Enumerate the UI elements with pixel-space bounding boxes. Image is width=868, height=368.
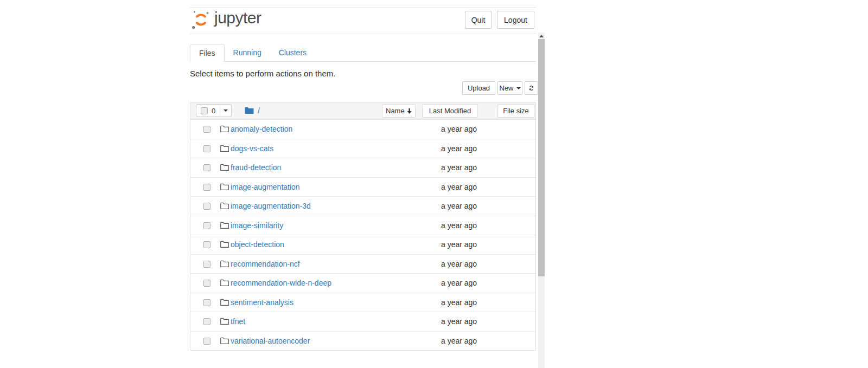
header-divider [190, 34, 536, 34]
select-filter-dropdown[interactable] [220, 105, 231, 117]
row-checkbox[interactable] [203, 145, 210, 152]
folder-outline-icon [220, 222, 229, 229]
last-modified-value: a year ago [441, 240, 477, 249]
row-checkbox[interactable] [203, 299, 210, 306]
last-modified-value: a year ago [441, 125, 477, 133]
tab-files[interactable]: Files [190, 44, 225, 62]
breadcrumb: / [245, 106, 260, 115]
new-dropdown-button[interactable]: New [497, 81, 522, 95]
folder-link[interactable]: recommendation-ncf [231, 260, 300, 268]
table-row: variational-autoencoder a year ago [190, 331, 535, 351]
sort-last-modified-button[interactable]: Last Modified [422, 104, 478, 118]
row-checkbox[interactable] [203, 241, 210, 248]
folder-outline-icon [220, 279, 229, 287]
file-list-rows: anomaly-detection a year ago dogs-vs-cat… [190, 119, 535, 350]
folder-link[interactable]: fraud-detection [231, 163, 281, 172]
folder-outline-icon [220, 260, 229, 268]
logout-button[interactable]: Logout [497, 11, 534, 29]
last-modified-value: a year ago [441, 163, 477, 172]
row-checkbox[interactable] [203, 184, 210, 191]
upload-button[interactable]: Upload [462, 81, 495, 95]
chevron-down-icon [516, 87, 521, 89]
row-checkbox[interactable] [203, 338, 210, 345]
sort-name-label: Name [386, 107, 405, 115]
table-row: anomaly-detection a year ago [190, 119, 535, 139]
folder-outline-icon [220, 164, 229, 171]
row-checkbox[interactable] [203, 164, 210, 171]
tab-running[interactable]: Running [225, 44, 270, 62]
logo-text: jupyter [214, 10, 261, 29]
last-modified-value: a year ago [441, 279, 477, 287]
chevron-down-icon [224, 109, 228, 112]
last-modified-value: a year ago [441, 183, 477, 191]
table-row: tfnet a year ago [190, 312, 535, 331]
vertical-scrollbar-thumb[interactable] [538, 39, 545, 276]
folder-link[interactable]: variational-autoencoder [231, 337, 310, 345]
vertical-scrollbar-track[interactable] [538, 33, 545, 368]
row-checkbox[interactable] [203, 126, 210, 133]
table-row: sentiment-analysis a year ago [190, 293, 535, 312]
table-row: object-detection a year ago [190, 235, 535, 254]
folder-link[interactable]: dogs-vs-cats [231, 144, 273, 153]
table-row: image-augmentation-3d a year ago [190, 196, 535, 216]
quit-button[interactable]: Quit [465, 11, 492, 29]
selected-count: 0 [212, 107, 215, 115]
folder-outline-icon [220, 241, 229, 248]
tab-clusters[interactable]: Clusters [270, 44, 315, 62]
folder-outline-icon [220, 337, 229, 345]
folder-link[interactable]: tfnet [231, 317, 245, 326]
folder-outline-icon [220, 183, 229, 191]
folder-link[interactable]: object-detection [231, 240, 284, 249]
file-list-table: 0 / Name Last Modified File si [190, 102, 536, 351]
select-all-split-button: 0 [196, 104, 232, 117]
sort-file-size-button[interactable]: File size [497, 104, 534, 118]
select-items-notice: Select items to perform actions on them. [190, 69, 335, 78]
jupyter-logo-icon [191, 8, 210, 31]
last-modified-value: a year ago [441, 298, 477, 307]
last-modified-value: a year ago [441, 144, 477, 153]
folder-link[interactable]: sentiment-analysis [231, 298, 293, 307]
folder-outline-icon [220, 299, 229, 306]
select-all-checkbox[interactable] [201, 107, 208, 114]
top-divider [190, 7, 536, 8]
table-row: recommendation-ncf a year ago [190, 254, 535, 274]
tab-bar: Files Running Clusters [190, 44, 536, 62]
folder-outline-icon [220, 202, 229, 210]
jupyter-file-browser: jupyter Quit Logout Files Running Cluste… [0, 0, 868, 368]
row-checkbox[interactable] [203, 261, 210, 268]
table-row: dogs-vs-cats a year ago [190, 139, 535, 158]
folder-outline-icon [220, 125, 229, 133]
last-modified-value: a year ago [441, 337, 477, 345]
folder-link[interactable]: image-augmentation [231, 183, 300, 191]
new-button-label: New [500, 84, 514, 92]
scrollbar-up-arrow-icon[interactable] [539, 35, 544, 37]
last-modified-value: a year ago [441, 317, 477, 326]
folder-link[interactable]: image-similarity [231, 221, 283, 230]
folder-icon [245, 107, 254, 114]
row-checkbox[interactable] [203, 222, 210, 229]
folder-outline-icon [220, 318, 229, 325]
breadcrumb-root-link[interactable]: / [258, 106, 260, 115]
refresh-icon [528, 84, 534, 92]
table-row: fraud-detection a year ago [190, 158, 535, 177]
table-row: image-augmentation a year ago [190, 177, 535, 197]
row-checkbox[interactable] [203, 203, 210, 210]
row-checkbox[interactable] [203, 318, 210, 325]
refresh-button[interactable] [525, 81, 538, 95]
last-modified-value: a year ago [441, 260, 477, 268]
folder-link[interactable]: recommendation-wide-n-deep [231, 279, 331, 287]
row-checkbox[interactable] [203, 280, 210, 287]
last-modified-value: a year ago [441, 221, 477, 230]
select-all-button[interactable]: 0 [196, 105, 220, 117]
arrow-down-icon [407, 108, 412, 114]
jupyter-logo: jupyter [191, 8, 261, 31]
file-list-header: 0 / Name Last Modified File si [190, 102, 535, 119]
table-row: recommendation-wide-n-deep a year ago [190, 273, 535, 293]
last-modified-value: a year ago [441, 202, 477, 210]
folder-link[interactable]: image-augmentation-3d [231, 202, 311, 210]
folder-outline-icon [220, 145, 229, 152]
table-row: image-similarity a year ago [190, 216, 535, 235]
folder-link[interactable]: anomaly-detection [231, 125, 292, 133]
sort-name-button[interactable]: Name [382, 104, 416, 118]
